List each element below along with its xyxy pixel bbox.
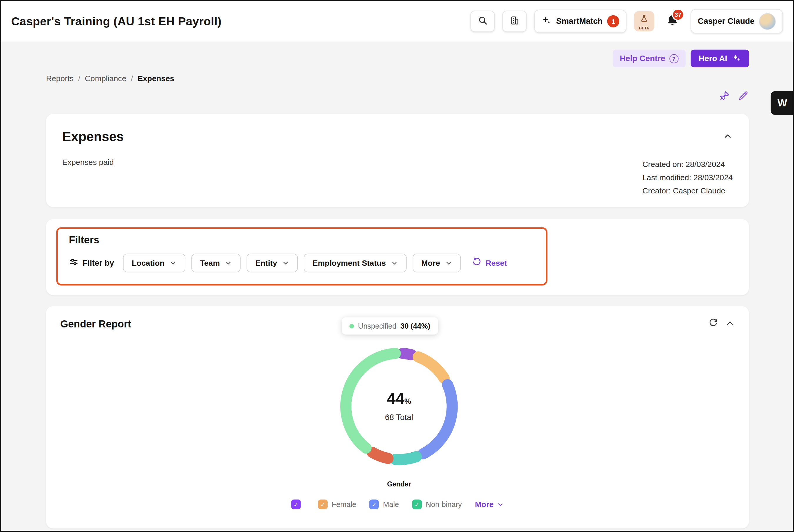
chevron-down-icon: [445, 259, 452, 266]
chart-legend: ✓ ✓ Female ✓ Male ✓ Non-binary More: [46, 500, 749, 509]
legend-label: Non-binary: [426, 500, 462, 509]
legend-more-button[interactable]: More: [475, 500, 504, 509]
gender-report-title: Gender Report: [60, 318, 131, 330]
tooltip-series-dot: [349, 324, 354, 328]
filter-entity-button[interactable]: Entity: [247, 254, 298, 272]
expenses-meta: Created on: 28/03/2024 Last modified: 28…: [642, 158, 733, 197]
x-axis-label: Gender: [333, 480, 465, 488]
donut-segment-purple[interactable]: [403, 353, 411, 355]
chevron-down-icon: [225, 259, 232, 266]
search-button[interactable]: [470, 11, 495, 32]
sliders-icon: [69, 257, 78, 269]
smartmatch-button[interactable]: SmartMatch 1: [534, 10, 626, 33]
last-modified: Last modified: 28/03/2024: [642, 171, 733, 184]
expenses-card: Expenses Expenses paid Created on: 28/03…: [46, 114, 749, 207]
app-window: Casper's Training (AU 1st EH Payroll) Sm…: [0, 0, 794, 532]
chevron-down-icon: [282, 259, 289, 266]
expenses-card-title: Expenses: [62, 129, 733, 145]
gender-report-tools: [708, 318, 735, 328]
checkbox-checked[interactable]: ✓: [369, 500, 379, 509]
pin-icon[interactable]: [719, 90, 730, 101]
breadcrumb: Reports / Compliance / Expenses: [46, 72, 749, 84]
chevron-down-icon: [391, 259, 398, 266]
checkbox-checked[interactable]: ✓: [318, 500, 328, 509]
filter-location-button[interactable]: Location: [123, 254, 185, 272]
avatar: [759, 13, 776, 30]
checkbox-checked[interactable]: ✓: [291, 500, 301, 509]
help-centre-label: Help Centre: [620, 54, 665, 63]
donut-segment-red[interactable]: [372, 452, 388, 458]
expenses-card-body: Expenses paid Created on: 28/03/2024 Las…: [62, 158, 733, 197]
sparkle-icon: [541, 15, 551, 27]
legend-item-unspecified: ✓: [291, 500, 304, 509]
topbar: Casper's Training (AU 1st EH Payroll) Sm…: [1, 1, 793, 41]
notifications-badge: 37: [672, 8, 684, 21]
filter-by-label: Filter by: [82, 258, 114, 267]
legend-item-female: ✓ Female: [318, 500, 356, 509]
breadcrumb-compliance[interactable]: Compliance: [85, 74, 127, 83]
legend-label: Female: [332, 500, 356, 509]
gender-report-card: Gender Report Unspecified 30 (44%): [46, 306, 749, 529]
building-icon: [509, 15, 520, 27]
filter-location-label: Location: [132, 258, 164, 267]
creator: Creator: Casper Claude: [642, 184, 733, 197]
expenses-subtitle: Expenses paid: [62, 158, 114, 197]
chevron-down-icon: [497, 501, 504, 508]
collapse-chevron-icon[interactable]: [725, 318, 735, 328]
side-widget-button[interactable]: W: [771, 91, 794, 115]
reset-filters-button[interactable]: Reset: [472, 257, 507, 269]
page-content: Help Centre ? Hero AI Reports / Complian…: [1, 50, 793, 529]
legend-more-label: More: [475, 500, 494, 509]
donut-segment-Female[interactable]: [418, 357, 444, 378]
reset-icon: [472, 257, 482, 269]
user-menu-button[interactable]: Casper Claude: [691, 9, 783, 34]
legend-label: Male: [383, 500, 399, 509]
tooltip-value: 30 (44%): [401, 322, 430, 330]
filter-by: Filter by: [69, 257, 114, 269]
smartmatch-badge: 1: [607, 15, 619, 27]
smartmatch-label: SmartMatch: [556, 17, 603, 26]
filter-more-button[interactable]: More: [412, 254, 461, 272]
breadcrumb-expenses: Expenses: [137, 74, 174, 83]
search-icon: [478, 15, 488, 27]
help-icon: ?: [669, 54, 679, 63]
notifications-button[interactable]: 37: [662, 11, 683, 32]
edit-pencil-icon[interactable]: [738, 90, 749, 101]
beta-label: BETA: [639, 26, 649, 30]
checkbox-checked[interactable]: ✓: [412, 500, 422, 509]
donut-segment-Unspecified[interactable]: [346, 353, 395, 448]
page-actions: Help Centre ? Hero AI: [46, 50, 749, 67]
refresh-icon[interactable]: [708, 318, 718, 328]
donut-segment-Non-binary[interactable]: [395, 457, 416, 460]
legend-item-non-binary: ✓ Non-binary: [412, 500, 462, 509]
filter-employment-status-button[interactable]: Employment Status: [304, 254, 407, 272]
breadcrumb-separator: /: [78, 74, 80, 83]
help-centre-button[interactable]: Help Centre ?: [612, 50, 685, 67]
filters-row: Filter by Location Team Entity: [69, 254, 535, 272]
filter-employment-status-label: Employment Status: [313, 258, 386, 267]
breadcrumb-reports[interactable]: Reports: [46, 74, 74, 83]
tooltip-label: Unspecified: [358, 322, 396, 330]
topbar-actions: SmartMatch 1 BETA 37 Casper Claude: [470, 9, 783, 34]
filters-card: Filters Filter by Location Team: [46, 219, 749, 295]
reset-label: Reset: [485, 258, 507, 267]
filter-entity-label: Entity: [255, 258, 277, 267]
chart-tooltip: Unspecified 30 (44%): [342, 318, 438, 335]
hero-ai-label: Hero AI: [699, 54, 727, 63]
gender-donut[interactable]: 44% 68 Total: [333, 341, 465, 472]
sparkle-icon: [732, 53, 741, 64]
app-title: Casper's Training (AU 1st EH Payroll): [11, 14, 221, 28]
hero-ai-button[interactable]: Hero AI: [690, 50, 749, 67]
filter-more-label: More: [421, 258, 440, 267]
w-logo: W: [777, 97, 787, 109]
org-switcher-button[interactable]: [503, 11, 527, 32]
collapse-chevron-icon[interactable]: [722, 131, 733, 141]
report-tools: [46, 90, 749, 102]
filters-title: Filters: [69, 234, 535, 246]
chevron-down-icon: [170, 259, 177, 266]
beta-lab-button[interactable]: BETA: [634, 11, 654, 32]
donut-segment-Male[interactable]: [423, 385, 452, 454]
flask-icon: [640, 14, 649, 25]
filter-team-button[interactable]: Team: [191, 254, 241, 272]
user-name: Casper Claude: [698, 17, 755, 26]
